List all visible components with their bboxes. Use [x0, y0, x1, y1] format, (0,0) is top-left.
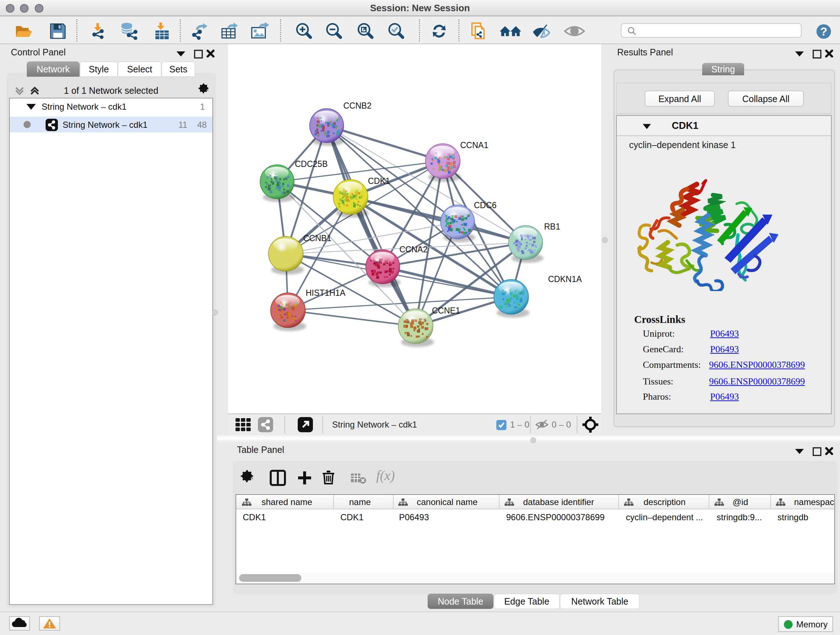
svg-text:CDKN1A: CDKN1A — [548, 274, 582, 284]
svg-text:CDC25B: CDC25B — [295, 159, 328, 169]
svg-text:CCNE1: CCNE1 — [432, 306, 460, 315]
svg-text:?: ? — [820, 25, 827, 38]
svg-text:CCNB2: CCNB2 — [343, 101, 371, 111]
svg-text:CCNB1: CCNB1 — [303, 233, 332, 243]
svg-text:CCNA1: CCNA1 — [460, 141, 488, 150]
svg-text:HIST1H1A: HIST1H1A — [306, 288, 346, 298]
svg-text:CDK1: CDK1 — [368, 176, 390, 186]
svg-text:RB1: RB1 — [544, 222, 561, 231]
svg-text:CCNA2: CCNA2 — [399, 245, 428, 254]
svg-text:CDC6: CDC6 — [474, 201, 497, 210]
